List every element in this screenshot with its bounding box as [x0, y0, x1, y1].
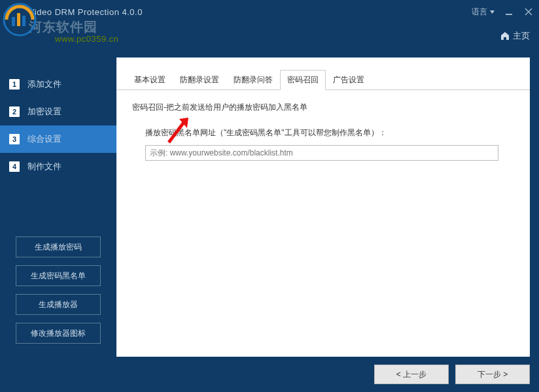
next-button[interactable]: 下一步 >: [455, 365, 530, 384]
close-button[interactable]: [523, 7, 534, 17]
home-link[interactable]: 主页: [500, 30, 530, 42]
tab-basic[interactable]: 基本设置: [127, 70, 173, 90]
body-area: 1 添加文件 2 加密设置 3 综合设置 4 制作文件 生成播放密码 生成密码黑…: [0, 57, 539, 392]
close-icon: [525, 8, 532, 16]
step-label: 加密设置: [27, 106, 61, 118]
language-selector[interactable]: 语言: [472, 7, 495, 18]
home-label: 主页: [513, 30, 530, 42]
step-number: 3: [9, 134, 20, 144]
svg-rect-1: [12, 17, 15, 26]
home-icon: [500, 31, 510, 41]
step-number: 2: [9, 106, 20, 117]
tab-ad[interactable]: 广告设置: [326, 70, 372, 90]
watermark-logo-icon: [3, 3, 37, 37]
panel-content: 密码召回-把之前发送给用户的播放密码加入黑名单 播放密码黑名单网址（"生成密码黑…: [116, 90, 530, 172]
blacklist-url-label: 播放密码黑名单网址（"生成密码黑名单"工具可以帮您制作黑名单）：: [145, 127, 514, 139]
description-text: 密码召回-把之前发送给用户的播放密码加入黑名单: [132, 102, 514, 113]
step-make-files[interactable]: 4 制作文件: [0, 153, 116, 180]
modify-player-icon-button[interactable]: 修改播放器图标: [16, 323, 101, 344]
step-label: 综合设置: [27, 133, 61, 145]
gen-player-button[interactable]: 生成播放器: [16, 294, 101, 315]
app-title: Video DRM Protection 4.0.0: [29, 7, 143, 17]
step-number: 4: [9, 161, 20, 172]
step-label: 制作文件: [27, 161, 61, 172]
tab-anti-qa[interactable]: 防翻录问答: [226, 70, 280, 90]
footer-nav: < 上一步 下一步 >: [374, 365, 530, 384]
svg-rect-3: [22, 16, 26, 26]
watermark-text: 河东软件园: [29, 18, 97, 36]
gen-blacklist-button[interactable]: 生成密码黑名单: [16, 265, 101, 286]
svg-rect-4: [506, 14, 512, 15]
blacklist-url-input[interactable]: [145, 145, 498, 161]
step-general-settings[interactable]: 3 综合设置: [0, 125, 116, 153]
svg-rect-2: [17, 13, 20, 26]
tab-password-recall[interactable]: 密码召回: [280, 70, 326, 90]
step-add-files[interactable]: 1 添加文件: [0, 71, 116, 98]
minimize-button[interactable]: [504, 7, 514, 17]
tab-strip: 基本设置 防翻录设置 防翻录问答 密码召回 广告设置: [116, 57, 530, 90]
step-number: 1: [9, 79, 20, 90]
step-encrypt-settings[interactable]: 2 加密设置: [0, 98, 116, 125]
tab-anti-record[interactable]: 防翻录设置: [173, 70, 226, 90]
step-label: 添加文件: [27, 78, 61, 90]
chevron-down-icon: [490, 10, 495, 14]
gen-play-password-button[interactable]: 生成播放密码: [16, 237, 101, 257]
prev-button[interactable]: < 上一步: [374, 365, 449, 384]
language-label: 语言: [472, 7, 487, 18]
minimize-icon: [505, 8, 513, 16]
sidebar-buttons: 生成播放密码 生成密码黑名单 生成播放器 修改播放器图标: [0, 237, 116, 344]
app-window: 河东软件园 www.pc0359.cn Video DRM Protection…: [0, 0, 539, 392]
main-panel: 基本设置 防翻录设置 防翻录问答 密码召回 广告设置 密码召回-把之前发送给用户…: [116, 57, 530, 357]
watermark-url: www.pc0359.cn: [55, 34, 119, 44]
sidebar: 1 添加文件 2 加密设置 3 综合设置 4 制作文件 生成播放密码 生成密码黑…: [0, 57, 116, 392]
